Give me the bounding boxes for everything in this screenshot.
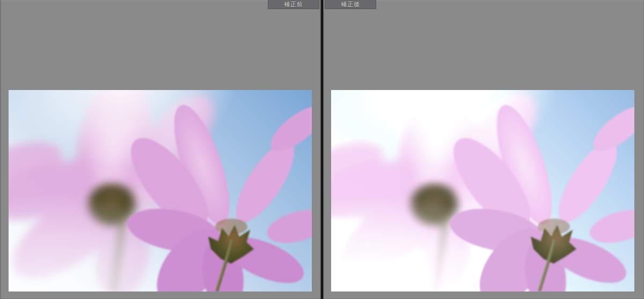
- app-window: { "view": { "name": "before-after-compar…: [0, 0, 644, 299]
- before-label-tab: 補正前: [268, 0, 319, 9]
- petal: [264, 204, 312, 249]
- panel-after: 補正後: [324, 0, 644, 299]
- compare-view: 補正前: [0, 0, 644, 299]
- focused-flower: [331, 90, 634, 291]
- photo-after[interactable]: [331, 90, 634, 291]
- focused-flower: [9, 90, 312, 291]
- before-label: 補正前: [284, 1, 303, 8]
- petal: [586, 204, 634, 249]
- panel-before: 補正前: [0, 0, 320, 299]
- photo-before[interactable]: [9, 90, 312, 291]
- photo-after-slot: [324, 0, 644, 299]
